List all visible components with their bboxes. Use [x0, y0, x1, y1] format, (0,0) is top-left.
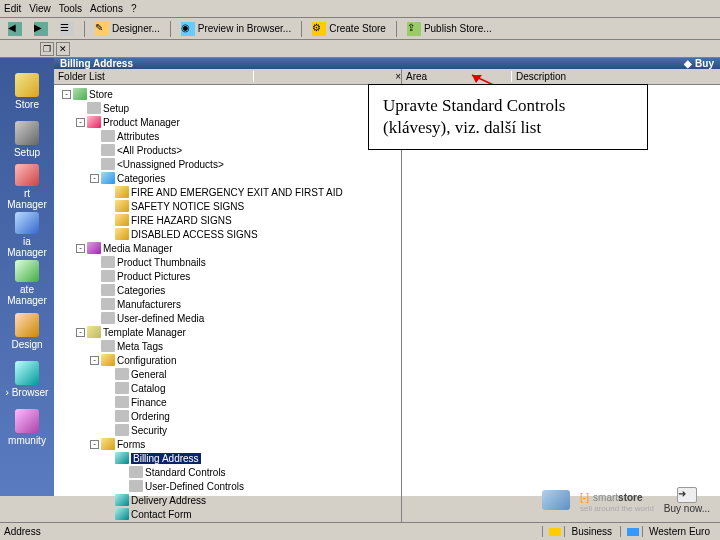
- form-icon: [115, 494, 129, 506]
- tree-label: Attributes: [117, 131, 159, 142]
- expand-icon[interactable]: -: [90, 174, 99, 183]
- callout-annotation: Upravte Standard Controls (klávesy), viz…: [368, 84, 648, 150]
- tree-label: Billing Address: [131, 453, 201, 464]
- preview-button[interactable]: ◉Preview in Browser...: [177, 20, 295, 38]
- tree-label: Setup: [103, 103, 129, 114]
- menu-edit[interactable]: Edit: [4, 3, 21, 14]
- tree-node[interactable]: DISABLED ACCESS SIGNS: [54, 227, 401, 241]
- menu-help[interactable]: ?: [131, 3, 137, 14]
- tree-node[interactable]: Security: [54, 423, 401, 437]
- tree-label: Catalog: [131, 383, 165, 394]
- toolbar: ◀ ▶ ☰ ✎Designer... ◉Preview in Browser..…: [0, 18, 720, 40]
- expand-icon[interactable]: -: [90, 440, 99, 449]
- tree-node[interactable]: Attributes: [54, 129, 401, 143]
- menubar: Edit View Tools Actions ?: [0, 0, 720, 18]
- status-locale: Western Euro: [620, 526, 710, 537]
- menu-tools[interactable]: Tools: [59, 3, 82, 14]
- tree-label: Delivery Address: [131, 495, 206, 506]
- tree-node[interactable]: <Unassigned Products>: [54, 157, 401, 171]
- store-icon: [73, 88, 87, 100]
- tree-node[interactable]: General: [54, 367, 401, 381]
- tree-node[interactable]: -Media Manager: [54, 241, 401, 255]
- expand-icon[interactable]: -: [90, 356, 99, 365]
- form-icon: [115, 452, 129, 464]
- tree-node[interactable]: Setup: [54, 101, 401, 115]
- tb-fwd[interactable]: ▶: [30, 20, 52, 38]
- tree-node[interactable]: -Categories: [54, 171, 401, 185]
- tree-node[interactable]: FIRE HAZARD SIGNS: [54, 213, 401, 227]
- publish-store-button[interactable]: ⇪Publish Store...: [403, 20, 496, 38]
- cart-icon: [542, 490, 570, 510]
- sub-restore-icon[interactable]: ❐: [40, 42, 54, 56]
- sidebar-item-media[interactable]: ia Manager: [3, 212, 51, 258]
- tree-node[interactable]: Standard Controls: [54, 465, 401, 479]
- create-store-button[interactable]: ⚙Create Store: [308, 20, 390, 38]
- designer-button[interactable]: ✎Designer...: [91, 20, 164, 38]
- community-icon: [15, 409, 39, 433]
- tb-back[interactable]: ◀: [4, 20, 26, 38]
- leaf-icon: [129, 480, 143, 492]
- status-business: Business: [542, 526, 612, 537]
- expand-icon[interactable]: -: [76, 118, 85, 127]
- tree-node[interactable]: -Forms: [54, 437, 401, 451]
- folder-tree[interactable]: -StoreSetup-Product ManagerAttributes<Al…: [54, 85, 401, 540]
- tb-list[interactable]: ☰: [56, 20, 78, 38]
- sidebar-item-design[interactable]: Design: [3, 308, 51, 354]
- tree-node[interactable]: Finance: [54, 395, 401, 409]
- expand-icon[interactable]: -: [76, 244, 85, 253]
- folder-icon: [115, 200, 129, 212]
- tree-node[interactable]: Billing Address: [54, 451, 401, 465]
- leaf-icon: [101, 256, 115, 268]
- folder-icon: [115, 228, 129, 240]
- buy-link[interactable]: ◆ Buy: [684, 58, 714, 69]
- leaf-icon: [101, 298, 115, 310]
- menu-view[interactable]: View: [29, 3, 51, 14]
- tree-label: Forms: [117, 439, 145, 450]
- sub-close-icon[interactable]: ✕: [56, 42, 70, 56]
- folder-list-close[interactable]: ×: [254, 71, 401, 82]
- sidebar: Store Setup rt Manager ia Manager ate Ma…: [0, 58, 54, 496]
- tree-node[interactable]: Ordering: [54, 409, 401, 423]
- tree-node[interactable]: -Configuration: [54, 353, 401, 367]
- manager-icon: [15, 164, 39, 186]
- sidebar-item-browser[interactable]: › Browser: [3, 356, 51, 402]
- tree-node[interactable]: User-defined Media: [54, 311, 401, 325]
- tree-node[interactable]: Catalog: [54, 381, 401, 395]
- tree-node[interactable]: Delivery Address: [54, 493, 401, 507]
- tree-label: Store: [89, 89, 113, 100]
- folder-list-panel: Folder List × -StoreSetup-Product Manage…: [54, 69, 402, 540]
- area-col: Area: [402, 71, 512, 82]
- sidebar-item-store[interactable]: Store: [3, 68, 51, 114]
- leaf-icon: [101, 144, 115, 156]
- tree-node[interactable]: Product Thumbnails: [54, 255, 401, 269]
- tree-node[interactable]: SAFETY NOTICE SIGNS: [54, 199, 401, 213]
- tree-node[interactable]: Contact Form: [54, 507, 401, 521]
- tree-node[interactable]: -Store: [54, 87, 401, 101]
- statusbar: Address Business Western Euro: [0, 522, 720, 540]
- tree-node[interactable]: Manufacturers: [54, 297, 401, 311]
- tree-node[interactable]: FIRE AND EMERGENCY EXIT AND FIRST AID: [54, 185, 401, 199]
- tree-node[interactable]: Categories: [54, 283, 401, 297]
- subbar: ❐ ✕: [0, 40, 720, 58]
- sidebar-item-manager[interactable]: rt Manager: [3, 164, 51, 210]
- folder-icon: [101, 438, 115, 450]
- tree-node[interactable]: <All Products>: [54, 143, 401, 157]
- tmpl-icon: [87, 326, 101, 338]
- section-titlebar: Billing Address ◆ Buy: [54, 58, 720, 69]
- tree-node[interactable]: Meta Tags: [54, 339, 401, 353]
- menu-actions[interactable]: Actions: [90, 3, 123, 14]
- tree-node[interactable]: Product Pictures: [54, 269, 401, 283]
- tree-node[interactable]: -Template Manager: [54, 325, 401, 339]
- buy-now-button[interactable]: ➜ Buy now...: [664, 487, 710, 514]
- sidebar-item-setup[interactable]: Setup: [3, 116, 51, 162]
- sidebar-item-community[interactable]: mmunity: [3, 404, 51, 450]
- sidebar-item-template[interactable]: ate Manager: [3, 260, 51, 306]
- status-left: Address: [0, 526, 542, 537]
- design-icon: [15, 313, 39, 337]
- tree-node[interactable]: -Product Manager: [54, 115, 401, 129]
- tree-label: User-Defined Controls: [145, 481, 244, 492]
- tree-node[interactable]: User-Defined Controls: [54, 479, 401, 493]
- tree-label: Configuration: [117, 355, 176, 366]
- expand-icon[interactable]: -: [62, 90, 71, 99]
- expand-icon[interactable]: -: [76, 328, 85, 337]
